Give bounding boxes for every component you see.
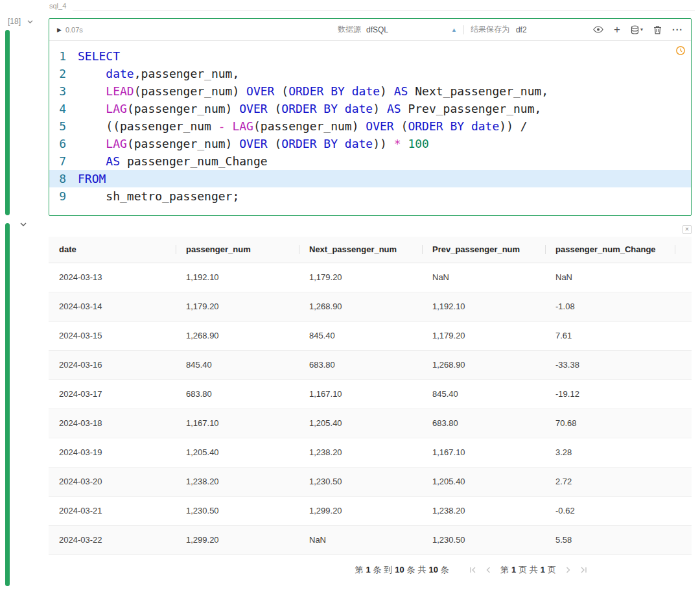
run-info: ▶ 0.07s	[57, 26, 83, 34]
selected-cell-indicator	[5, 30, 10, 215]
prev-page-button[interactable]	[485, 566, 491, 574]
table-cell: 683.80	[176, 379, 299, 409]
execution-count: [18]	[8, 17, 21, 26]
code-editor[interactable]: 1SELECT2 date,passenger_num,3 LEAD(passe…	[49, 41, 691, 205]
table-row: 2024-03-16845.40683.801,268.90-33.38	[49, 350, 692, 379]
table-cell: 1,205.40	[176, 438, 299, 467]
table-cell: 683.80	[422, 409, 545, 438]
code-line[interactable]: 5 ((passenger_num - LAG(passenger_num) O…	[49, 117, 691, 135]
result-table-body: 2024-03-131,192.101,179.20NaNNaN2024-03-…	[49, 263, 692, 554]
table-cell: 845.40	[299, 321, 422, 350]
close-output-button[interactable]: ×	[682, 225, 692, 234]
result-table: datepassenger_numNext_passenger_numPrev_…	[49, 237, 692, 555]
add-cell-icon[interactable]: +	[614, 24, 620, 35]
column-header: date	[49, 237, 176, 263]
more-options-icon[interactable]: ···	[672, 25, 683, 35]
result-output: datepassenger_numNext_passenger_numPrev_…	[49, 237, 692, 585]
table-row: 2024-03-211,230.501,299.201,238.20-0.62	[49, 496, 692, 525]
code-text: ((passenger_num - LAG(passenger_num) OVE…	[78, 117, 528, 135]
execution-count-area: [18]	[8, 17, 34, 26]
code-line[interactable]: 3 LEAD(passenger_num) OVER (ORDER BY dat…	[49, 82, 691, 100]
eye-icon[interactable]	[593, 26, 603, 33]
code-line[interactable]: 2 date,passenger_num,	[49, 65, 691, 82]
table-cell	[675, 263, 692, 292]
code-text: LEAD(passenger_num) OVER (ORDER BY date)…	[78, 82, 548, 100]
code-text: date,passenger_num,	[78, 65, 239, 82]
table-cell: 1,205.40	[299, 409, 422, 438]
table-cell: 2024-03-22	[49, 525, 176, 554]
column-header: passenger_num_Change	[545, 237, 675, 263]
table-cell	[675, 438, 692, 467]
line-number: 6	[49, 135, 78, 152]
result-table-header-row: datepassenger_numNext_passenger_numPrev_…	[49, 237, 692, 263]
table-cell: 1,179.20	[422, 321, 545, 350]
table-cell: 1,230.50	[299, 467, 422, 496]
code-text: LAG(passenger_num) OVER (ORDER BY date))…	[78, 135, 429, 152]
datasource-icon[interactable]: ▾	[631, 25, 643, 34]
pagination-summary: 第 1 条 到 10 条 共 10 条	[353, 564, 450, 576]
code-line[interactable]: 4 LAG(passenger_num) OVER (ORDER BY date…	[49, 100, 691, 117]
result-save-value[interactable]: df2	[516, 25, 527, 34]
cell-collapse-chevron-icon[interactable]	[27, 18, 34, 25]
table-row: 2024-03-221,299.20NaN1,230.505.58	[49, 525, 692, 554]
page-text: 页 共	[519, 564, 538, 576]
table-cell: 1,238.20	[299, 438, 422, 467]
run-icon[interactable]: ▶	[57, 27, 62, 33]
line-number: 8	[49, 170, 78, 187]
page-indicator: 第 1 页 共 1 页	[499, 564, 557, 576]
caret-down-icon: ▾	[640, 27, 643, 32]
table-cell: 845.40	[176, 350, 299, 379]
cell-toolbar: ▶ 0.07s 数据源 dfSQL ▲ 结果保存为 df2 + ▾	[49, 19, 691, 41]
timer-icon[interactable]	[675, 45, 686, 58]
code-text: sh_metro_passenger;	[78, 187, 239, 205]
output-collapse-chevron-icon[interactable]	[19, 219, 27, 231]
table-row: 2024-03-181,167.101,205.40683.8070.68	[49, 409, 692, 438]
first-page-button[interactable]	[469, 566, 477, 574]
next-page-icon	[565, 566, 572, 574]
code-text: LAG(passenger_num) OVER (ORDER BY date) …	[78, 100, 541, 117]
table-cell: NaN	[545, 263, 675, 292]
runtime-label: 0.07s	[65, 26, 83, 34]
line-number: 5	[49, 117, 78, 135]
table-cell: 1,192.10	[176, 263, 299, 292]
table-row: 2024-03-151,268.90845.401,179.207.61	[49, 321, 692, 350]
table-cell: 3.28	[545, 438, 675, 467]
table-cell: -19.12	[545, 379, 675, 409]
summary-count: 10	[428, 565, 438, 575]
table-row: 2024-03-201,238.201,230.501,205.402.72	[49, 467, 692, 496]
next-page-button[interactable]	[565, 566, 572, 574]
table-cell: 1,238.20	[422, 496, 545, 525]
table-cell: 2024-03-20	[49, 467, 176, 496]
line-number: 4	[49, 100, 78, 117]
delete-cell-icon[interactable]	[653, 25, 662, 34]
table-row: 2024-03-141,179.201,268.901,192.10-1.08	[49, 292, 692, 321]
collapse-cell-icon[interactable]: ▲	[451, 27, 457, 33]
page-number: 1	[511, 565, 516, 575]
table-cell	[675, 292, 692, 321]
column-header: Prev_passenger_num	[422, 237, 545, 263]
datasource-group: 数据源 dfSQL	[338, 19, 388, 40]
code-line[interactable]: 6 LAG(passenger_num) OVER (ORDER BY date…	[49, 135, 691, 152]
column-header: passenger_num	[176, 237, 299, 263]
table-cell: -33.38	[545, 350, 675, 379]
code-line[interactable]: 7 AS passenger_num_Change	[49, 152, 691, 170]
line-number: 3	[49, 82, 78, 100]
summary-count: 1	[366, 565, 370, 575]
code-line[interactable]: 8FROM	[49, 170, 691, 187]
code-line[interactable]: 1SELECT	[49, 47, 691, 65]
result-save-group: ▲ 结果保存为 df2	[451, 19, 527, 40]
table-cell: 5.58	[545, 525, 675, 554]
table-cell: 1,179.20	[176, 292, 299, 321]
table-cell: 2024-03-16	[49, 350, 176, 379]
last-page-button[interactable]	[579, 566, 588, 574]
page-total: 1	[541, 565, 545, 575]
toolbar-icons: + ▾ ···	[593, 19, 683, 40]
table-cell: NaN	[299, 525, 422, 554]
table-cell	[675, 350, 692, 379]
datasource-value[interactable]: dfSQL	[366, 25, 388, 34]
table-cell: 1,299.20	[176, 525, 299, 554]
table-row: 2024-03-191,205.401,238.201,167.103.28	[49, 438, 692, 467]
table-cell: 2024-03-17	[49, 379, 176, 409]
table-cell: -1.08	[545, 292, 675, 321]
code-line[interactable]: 9 sh_metro_passenger;	[49, 187, 691, 205]
